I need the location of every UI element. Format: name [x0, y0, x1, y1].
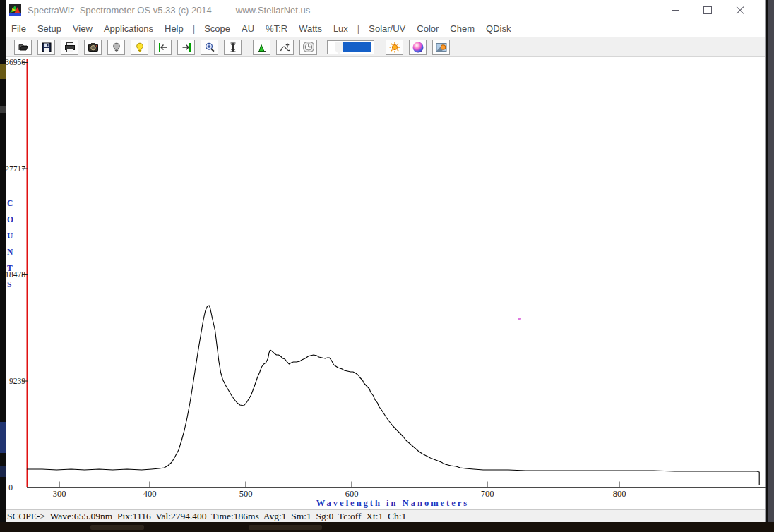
menu-item-help[interactable]: Help	[159, 23, 189, 34]
status-bar: SCOPE-> Wave:655.09nm Pix:1116 Val:2794.…	[6, 509, 765, 523]
taskbar-remnant	[0, 522, 774, 532]
desktop-edge-left	[0, 0, 6, 522]
view-spectrum-button[interactable]	[253, 40, 270, 55]
lamp-off-button[interactable]	[107, 40, 125, 55]
menu-separator: |	[189, 23, 198, 34]
slider-thumb[interactable]	[335, 42, 343, 54]
close-button[interactable]	[724, 0, 756, 20]
toolbar	[6, 37, 765, 57]
menu-bar: FileSetupViewApplicationsHelp|ScopeAU%T:…	[6, 20, 765, 37]
floppy-save-icon	[41, 42, 52, 53]
color-sphere-icon	[412, 41, 424, 54]
menu-item-au[interactable]: AU	[236, 23, 260, 34]
snapshot-button[interactable]	[84, 40, 102, 55]
menu-separator: |	[354, 23, 363, 34]
status-text: SCOPE-> Wave:655.09nm Pix:1116 Val:2794.…	[7, 511, 406, 522]
color-sphere-button[interactable]	[409, 40, 427, 55]
desktop-edge-right	[768, 0, 774, 522]
integration-time-slider[interactable]	[327, 40, 374, 54]
arrow-left-to-bar-icon	[157, 42, 169, 53]
window-controls	[659, 0, 765, 20]
menu-item-scope[interactable]: Scope	[198, 23, 236, 34]
menu-item-lux[interactable]: Lux	[328, 23, 354, 34]
menu-item-view[interactable]: View	[67, 23, 98, 34]
peak-up-arrow-icon	[280, 42, 291, 53]
peak-hold-button[interactable]	[276, 40, 294, 55]
screen: SpectraWiz Spectrometer OS v5.33 (c) 201…	[0, 0, 774, 532]
menu-item-qdisk[interactable]: QDisk	[480, 23, 516, 34]
slider-fill	[343, 42, 371, 52]
menu-item-chem[interactable]: Chem	[444, 23, 480, 34]
arrow-right-to-bar-icon	[181, 42, 192, 53]
step-forward-button[interactable]	[177, 40, 195, 55]
window-title-url: www.StellarNet.us	[236, 5, 310, 16]
menu-item-file[interactable]: File	[6, 23, 32, 34]
autoscale-y-button[interactable]	[224, 40, 242, 55]
bulb-on-icon	[134, 42, 145, 53]
printer-icon	[64, 42, 76, 53]
minimize-button[interactable]	[659, 0, 691, 20]
window-title: SpectraWiz Spectrometer OS v5.33 (c) 201…	[28, 5, 212, 16]
lamp-on-button[interactable]	[131, 40, 148, 55]
spectrum-peak-icon	[256, 42, 268, 53]
print-button[interactable]	[61, 40, 78, 55]
open-file-button[interactable]	[14, 40, 32, 55]
spectrawiz-window: SpectraWiz Spectrometer OS v5.33 (c) 201…	[6, 0, 766, 522]
color-image-button[interactable]	[432, 40, 450, 55]
title-bar: SpectraWiz Spectrometer OS v5.33 (c) 201…	[6, 0, 765, 20]
menu-item-color[interactable]: Color	[411, 23, 444, 34]
sun-irradiance-button[interactable]	[386, 40, 403, 55]
zoom-in-icon	[204, 42, 215, 53]
vertical-scale-icon	[227, 42, 239, 53]
maximize-button[interactable]	[691, 0, 724, 20]
image-palette-icon	[435, 42, 448, 53]
step-back-button[interactable]	[154, 40, 172, 55]
menu-item-solar-uv[interactable]: Solar/UV	[363, 23, 411, 34]
save-button[interactable]	[37, 40, 55, 55]
timer-clock-icon	[302, 41, 315, 53]
app-icon	[9, 4, 21, 16]
zoom-in-button[interactable]	[201, 40, 218, 55]
menu-item-setup[interactable]: Setup	[32, 23, 67, 34]
folder-open-icon	[17, 42, 30, 53]
timer-button[interactable]	[299, 40, 317, 55]
menu-item-applications[interactable]: Applications	[98, 23, 159, 34]
menu-item-t-r[interactable]: %T:R	[260, 23, 293, 34]
camera-icon	[88, 42, 99, 53]
menu-item-watts[interactable]: Watts	[293, 23, 328, 34]
sun-icon	[389, 42, 400, 53]
bulb-off-icon	[111, 42, 122, 53]
